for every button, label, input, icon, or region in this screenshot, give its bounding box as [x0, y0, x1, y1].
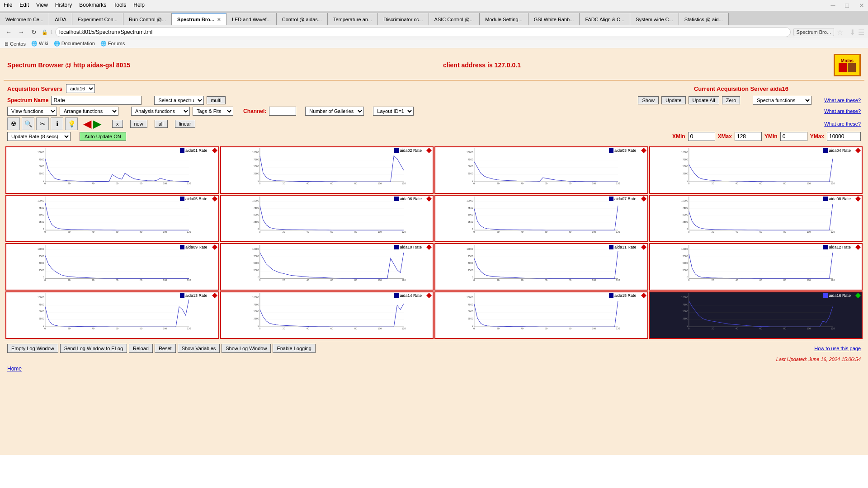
menu-history[interactable]: History	[55, 2, 72, 9]
number-galleries-select[interactable]: Number of Galleries	[305, 107, 364, 116]
controls-section: Acquisition Servers aida16 Current Acqui…	[4, 82, 864, 145]
cut-icon-btn[interactable]: ✂	[36, 117, 49, 130]
tab-gsi[interactable]: GSI White Rabb...	[528, 13, 580, 25]
gallery-cell-aida02[interactable]: aida02 Rate 0 2500 5000 7500 10000 02040…	[220, 146, 434, 194]
menu-help[interactable]: Help	[133, 2, 145, 9]
gallery-cell-aida14[interactable]: aida14 Rate 0 2500 5000 7500 10000 02040…	[220, 291, 434, 339]
gallery-cell-aida12[interactable]: aida12 Rate 0 2500 5000 7500 10000 02040…	[649, 243, 863, 291]
bookmark-wiki[interactable]: 🌐 Wiki	[31, 41, 48, 47]
empty-log-button[interactable]: Empty Log Window	[7, 344, 58, 353]
arrange-functions-select[interactable]: Arrange functions	[60, 107, 118, 116]
multi-button[interactable]: multi	[207, 96, 225, 104]
send-log-button[interactable]: Send Log Window to ELog	[60, 344, 127, 353]
reload-btn[interactable]: Reload	[129, 344, 153, 353]
show-button[interactable]: Show	[638, 96, 659, 104]
gallery-cell-aida10[interactable]: aida10 Rate 0 2500 5000 7500 10000 02040…	[220, 243, 434, 291]
bookmark-docs[interactable]: 🌐 Documentation	[54, 41, 95, 47]
nuclear-icon-btn[interactable]: ☢	[7, 117, 20, 130]
menu-tools[interactable]: Tools	[113, 2, 126, 9]
tab-system[interactable]: System wide C...	[630, 13, 679, 25]
update-all-button[interactable]: Update All	[689, 96, 719, 104]
show-variables-button[interactable]: Show Variables	[178, 344, 220, 353]
tab-spectrum[interactable]: Spectrum Bro... ✕	[172, 13, 226, 25]
gallery-cell-aida11[interactable]: aida11 Rate 0 2500 5000 7500 10000 02040…	[434, 243, 648, 291]
show-log-button[interactable]: Show Log Window	[222, 344, 271, 353]
update-rate-select[interactable]: Update Rate (8 secs)	[7, 132, 71, 141]
linear-button[interactable]: linear	[175, 120, 195, 128]
view-functions-select[interactable]: View functions	[7, 107, 57, 116]
search-icon-btn[interactable]: 🔍	[22, 117, 34, 130]
gallery-cell-aida08[interactable]: aida08 Rate 0 2500 5000 7500 10000 02040…	[649, 195, 863, 242]
home-link[interactable]: Home	[4, 363, 864, 375]
gallery-cell-aida05[interactable]: aida05 Rate 0 2500 5000 7500 10000 02040…	[5, 195, 219, 242]
spectrum-name-input[interactable]	[51, 96, 142, 105]
tab-discriminator[interactable]: Discriminator cc...	[378, 13, 429, 25]
spectra-functions-select[interactable]: Spectra functions	[753, 96, 811, 105]
menu-edit[interactable]: Edit	[19, 2, 29, 9]
gallery-cell-aida06[interactable]: aida06 Rate 0 2500 5000 7500 10000 02040…	[220, 195, 434, 242]
tab-statistics[interactable]: Statistics @ aid...	[679, 13, 729, 25]
all-button[interactable]: all	[155, 120, 168, 128]
info-circle-icon-btn[interactable]: ℹ	[51, 117, 63, 130]
select-spectrum-dropdown[interactable]: Select a spectrum	[154, 96, 204, 105]
menu-file[interactable]: File	[4, 2, 12, 9]
what-these-3[interactable]: What are these?	[824, 121, 861, 127]
gallery-cell-aida01[interactable]: aida01 Rate 0 2500 5000 7500 10000 02040…	[5, 146, 219, 194]
url-bar[interactable]	[55, 27, 791, 37]
bookmark-centos[interactable]: 🖥 Centos	[4, 41, 26, 47]
window-close[interactable]: ✕	[859, 2, 864, 9]
menu-icon[interactable]: ☰	[858, 28, 864, 37]
gallery-cell-aida03[interactable]: aida03 Rate 0 2500 5000 7500 10000 02040…	[434, 146, 648, 194]
analysis-functions-select[interactable]: Analysis functions	[131, 107, 190, 116]
tab-close-icon[interactable]: ✕	[217, 17, 221, 22]
tab-asic[interactable]: ASIC Control @...	[429, 13, 480, 25]
info2-icon-btn[interactable]: 💡	[65, 117, 78, 130]
layout-id-select[interactable]: Layout ID=1	[373, 107, 414, 116]
new-button[interactable]: new	[130, 120, 147, 128]
enable-logging-button[interactable]: Enable Logging	[273, 344, 315, 353]
tab-welcome[interactable]: Welcome to Ce...	[0, 13, 49, 25]
channel-input[interactable]	[269, 107, 296, 116]
svg-text:0: 0	[473, 279, 475, 281]
ymax-input[interactable]	[827, 132, 861, 141]
reset-button[interactable]: Reset	[155, 344, 176, 353]
svg-marker-220	[855, 244, 861, 250]
tab-experiment[interactable]: Experiment Con...	[72, 13, 123, 25]
ymin-input[interactable]	[780, 132, 807, 141]
what-these-1[interactable]: What are these?	[824, 98, 861, 103]
tab-control[interactable]: Control @ aidas...	[277, 13, 328, 25]
tab-temperature[interactable]: Temperature an...	[328, 13, 378, 25]
what-these-2[interactable]: What are these?	[824, 108, 861, 114]
xmax-input[interactable]	[735, 132, 762, 141]
gallery-cell-aida15[interactable]: aida15 Rate 0 2500 5000 7500 10000 02040…	[434, 291, 648, 339]
tab-led[interactable]: LED and Wavef...	[226, 13, 277, 25]
bookmark-icon[interactable]: ☆	[837, 28, 843, 37]
auto-update-button[interactable]: Auto Update ON	[80, 132, 126, 141]
forward-button[interactable]: →	[16, 27, 26, 37]
window-maximize[interactable]: □	[845, 2, 849, 9]
back-button[interactable]: ←	[4, 27, 14, 37]
gallery-cell-aida04[interactable]: aida04 Rate 0 2500 5000 7500 10000 02040…	[649, 146, 863, 194]
tab-module[interactable]: Module Setting...	[480, 13, 528, 25]
gallery-cell-aida09[interactable]: aida09 Rate 0 2500 5000 7500 10000 02040…	[5, 243, 219, 291]
tab-run-control[interactable]: Run Control @...	[123, 13, 172, 25]
gallery-cell-aida16[interactable]: aida16 Rate 0 2500 5000 7500 10000 02040…	[649, 291, 863, 339]
menu-bookmarks[interactable]: Bookmarks	[79, 2, 106, 9]
how-to-link[interactable]: How to use this page	[814, 346, 861, 351]
tab-fadc[interactable]: FADC Align & C...	[580, 13, 630, 25]
tab-aida[interactable]: AIDA	[49, 13, 72, 25]
reload-button[interactable]: ↻	[29, 27, 39, 37]
tags-fits-select[interactable]: Tags & Fits	[193, 107, 233, 116]
right-arrow-icon[interactable]: ▶	[93, 117, 101, 130]
acq-server-select[interactable]: aida16	[66, 84, 95, 93]
gallery-cell-aida13[interactable]: aida13 Rate 0 2500 5000 7500 10000 02040…	[5, 291, 219, 339]
window-minimize[interactable]: ─	[831, 2, 835, 9]
left-arrow-icon[interactable]: ◀	[83, 117, 91, 130]
x-button[interactable]: x	[112, 120, 123, 128]
zero-button[interactable]: Zero	[722, 96, 741, 104]
menu-view[interactable]: View	[36, 2, 48, 9]
gallery-cell-aida07[interactable]: aida07 Rate 0 2500 5000 7500 10000 02040…	[434, 195, 648, 242]
xmin-input[interactable]	[688, 132, 715, 141]
bookmark-forums[interactable]: 🌐 Forums	[100, 41, 125, 47]
update-button[interactable]: Update	[661, 96, 685, 104]
